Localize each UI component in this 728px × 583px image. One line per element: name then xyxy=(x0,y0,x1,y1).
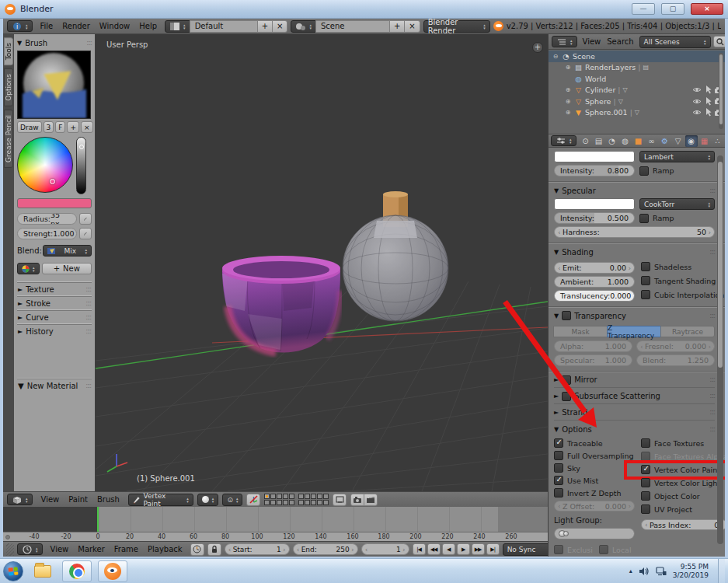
expand-toggle-icon[interactable] xyxy=(564,109,572,116)
show-hidden-icons-button[interactable]: ▴ xyxy=(629,567,632,574)
taskbar-explorer-button[interactable] xyxy=(30,560,56,582)
tool-panel-header[interactable]: ► Stroke :::: xyxy=(17,296,92,310)
checkbox[interactable] xyxy=(554,438,563,448)
new-texture-button[interactable]: + New xyxy=(42,263,92,274)
value-slider[interactable] xyxy=(76,137,86,194)
editor-type-outliner-dropdown[interactable]: ▴▾ xyxy=(552,36,577,47)
display-filter-dropdown[interactable]: All Scenes ▴▾ xyxy=(639,36,711,48)
value-slider-handle[interactable] xyxy=(79,145,84,149)
checkbox[interactable] xyxy=(639,166,649,176)
blend-mode-dropdown[interactable]: Mix ▴▾ xyxy=(43,245,92,257)
current-frame-field[interactable]: 1 xyxy=(361,543,409,555)
tool-shelf-tab[interactable]: Options xyxy=(4,68,13,106)
taskbar-chrome-button[interactable] xyxy=(62,560,92,582)
tool-shelf-tab[interactable]: Tools xyxy=(4,37,13,65)
specular-alpha-slider[interactable]: Specular:1.000 xyxy=(554,354,632,366)
unlink-brush-button[interactable]: × xyxy=(81,121,93,133)
option-checkbox[interactable]: Vertex Color Paint xyxy=(641,465,725,474)
selectability-cursor-icon[interactable] xyxy=(704,86,712,94)
viewport-shading-dropdown[interactable]: ▴▾ xyxy=(197,494,219,506)
info-menu-item[interactable]: File xyxy=(36,22,58,30)
timeline-scroller-knob[interactable] xyxy=(5,535,10,539)
delete-screen-layout-button[interactable]: × xyxy=(272,20,287,33)
bottle-object[interactable] xyxy=(343,191,448,321)
timeline-menu-item[interactable]: Marker xyxy=(73,545,110,553)
time-indicator-button[interactable] xyxy=(190,543,204,556)
checkbox[interactable] xyxy=(641,465,650,474)
editor-type-info-dropdown[interactable]: i ▴▾ xyxy=(7,20,33,32)
outliner-scrollbar[interactable] xyxy=(719,53,723,129)
strength-slider[interactable]: Strengt:1.000 xyxy=(17,228,77,239)
shading-checkbox[interactable]: Cubic Interpolation xyxy=(641,290,724,299)
checkbox[interactable] xyxy=(641,478,650,487)
transport-button[interactable]: ▶ xyxy=(457,543,470,555)
checkbox[interactable] xyxy=(641,276,650,285)
diffuse-color-swatch[interactable] xyxy=(554,151,635,162)
fresnel-slider[interactable]: Fresnel:0.000 xyxy=(636,340,715,352)
option-checkbox[interactable]: Invert Z Depth xyxy=(554,488,635,497)
visibility-eye-icon[interactable] xyxy=(692,86,702,93)
pass-index-slider[interactable]: Pass Index:0 xyxy=(641,519,725,530)
tool-panel-header[interactable]: ► Texture :::: xyxy=(17,282,92,296)
tool-panel-header[interactable]: ► History :::: xyxy=(17,324,92,338)
texture-icon[interactable]: ▦ xyxy=(698,135,711,147)
collapsed-section-header[interactable]: ► Mirror:::: xyxy=(554,375,715,388)
info-menu-item[interactable]: Render xyxy=(57,22,95,30)
specular-shader-dropdown[interactable]: CookTorr▴▾ xyxy=(639,198,715,210)
volume-icon[interactable] xyxy=(639,567,650,576)
options-section-header[interactable]: ▼Options:::: xyxy=(554,424,715,435)
outliner-row[interactable]: Scene | xyxy=(549,51,725,62)
expand-toggle-icon[interactable] xyxy=(552,53,559,60)
layer-grid-1[interactable] xyxy=(264,494,294,505)
visibility-eye-icon[interactable] xyxy=(692,98,702,105)
modifiers-icon[interactable]: ⚙ xyxy=(659,135,671,147)
option-checkbox[interactable]: Full Oversampling xyxy=(554,451,635,460)
taskbar-clock[interactable]: 9:55 PM 3/20/2019 xyxy=(673,563,712,580)
world-icon[interactable]: ◍ xyxy=(619,135,632,147)
option-checkbox[interactable]: Use Mist xyxy=(554,476,635,485)
search-button[interactable] xyxy=(713,36,725,47)
transparency-checkbox[interactable] xyxy=(562,311,571,320)
strength-pressure-button[interactable] xyxy=(79,228,92,239)
local-checkbox[interactable]: Local xyxy=(599,545,632,554)
add-screen-layout-button[interactable]: + xyxy=(257,20,273,33)
manipulator-toggle-button[interactable] xyxy=(246,494,260,506)
radius-pressure-button[interactable] xyxy=(79,213,92,225)
checkbox[interactable] xyxy=(554,451,563,460)
transparency-type-tab[interactable]: Mask xyxy=(553,326,608,337)
frame-start-field[interactable]: Start:1 xyxy=(225,543,290,555)
editor-type-timeline-dropdown[interactable]: ▴▾ xyxy=(17,543,43,555)
transport-button[interactable]: ◀◀ xyxy=(427,543,441,555)
specular-intensity-slider[interactable]: Intensity:0.500 xyxy=(554,212,635,224)
color-picker-handle[interactable] xyxy=(50,179,55,184)
option-checkbox[interactable]: UV Project xyxy=(641,504,725,514)
delete-scene-button[interactable]: × xyxy=(404,20,420,33)
brush-color-swatch[interactable] xyxy=(17,198,92,208)
timeline-menu-item[interactable]: Frame xyxy=(110,545,143,553)
info-menu-item[interactable]: Help xyxy=(134,22,162,30)
viewport-3d[interactable]: User Persp (1) Sphere.001 + xyxy=(96,34,548,491)
checkbox[interactable] xyxy=(641,491,650,501)
outliner-row[interactable]: Sphere.001 | xyxy=(549,107,725,119)
layer-grid-2[interactable] xyxy=(298,494,329,505)
sync-mode-dropdown[interactable]: No Sync ▴▾ xyxy=(503,543,548,556)
minimize-button[interactable]: — xyxy=(632,3,655,15)
timeline-playhead[interactable] xyxy=(97,507,99,532)
specular-hardness-slider[interactable]: Hardness:50 xyxy=(554,226,715,238)
frame-end-field[interactable]: End:250 xyxy=(293,543,358,555)
texture-browse-dropdown[interactable]: ▴▾ xyxy=(17,263,40,274)
show-desktop-button[interactable] xyxy=(718,559,725,583)
collapsed-section-header[interactable]: ► Subsurface Scattering:::: xyxy=(554,391,715,404)
radius-slider[interactable]: Radius:35 px xyxy=(17,213,77,225)
fake-user-button[interactable]: F xyxy=(55,121,65,133)
constraints-icon[interactable]: ∞ xyxy=(646,135,658,147)
specular-color-swatch[interactable] xyxy=(554,198,635,210)
tool-shelf-tab[interactable]: Grease Pencil xyxy=(4,110,13,168)
new-material-panel-header[interactable]: ▼ New Material :::: xyxy=(17,379,92,393)
checkbox[interactable] xyxy=(641,504,650,514)
object-icon[interactable]: ■ xyxy=(632,135,645,147)
option-checkbox[interactable]: Traceable xyxy=(554,438,635,448)
timeline-menu-item[interactable]: View xyxy=(46,545,74,553)
exclusive-checkbox[interactable]: Exclusi xyxy=(554,545,593,554)
brush-users-count-button[interactable]: 3 xyxy=(44,121,54,133)
